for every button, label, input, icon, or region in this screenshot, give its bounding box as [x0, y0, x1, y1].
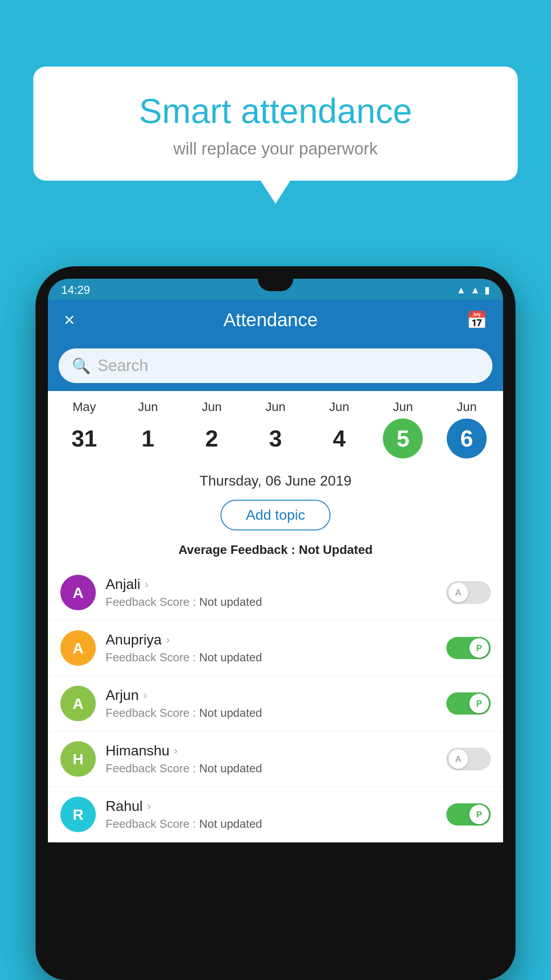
avg-feedback-value: Not Updated [299, 543, 372, 557]
cal-date-0[interactable]: 31 [64, 419, 104, 458]
cal-date-5[interactable]: 5 [383, 419, 423, 458]
student-avatar-2: A [60, 686, 96, 721]
student-item-0[interactable]: AAnjali ›Feedback Score : Not updatedA [48, 565, 503, 620]
cal-date-3[interactable]: 3 [256, 419, 295, 458]
search-bar[interactable]: 🔍 Search [59, 348, 492, 383]
student-item-2[interactable]: AArjun ›Feedback Score : Not updatedP [48, 676, 503, 731]
speech-bubble: Smart attendance will replace your paper… [33, 67, 518, 181]
student-name-1: Anupriya › [106, 632, 437, 648]
cal-month-4: Jun [329, 400, 349, 414]
chevron-icon-2: › [143, 688, 147, 702]
calendar-icon[interactable]: 📅 [466, 310, 487, 330]
avg-feedback: Average Feedback : Not Updated [48, 539, 503, 565]
cal-day-6[interactable]: Jun6 [445, 400, 489, 458]
student-info-2: Arjun ›Feedback Score : Not updated [106, 687, 437, 720]
phone-screen: × Attendance 📅 🔍 Search May31Jun1Jun2Jun… [48, 300, 503, 842]
cal-day-4[interactable]: Jun4 [317, 400, 362, 458]
status-icons: ▲ ▲ ▮ [456, 285, 490, 296]
add-topic-container: Add topic [48, 494, 503, 539]
cal-day-1[interactable]: Jun1 [126, 400, 170, 458]
student-info-0: Anjali ›Feedback Score : Not updated [106, 576, 437, 609]
student-avatar-0: A [60, 575, 96, 610]
toggle-knob-1: P [469, 638, 489, 658]
avg-feedback-label: Average Feedback : [178, 543, 295, 557]
calendar-strip: May31Jun1Jun2Jun3Jun4Jun5Jun6 [48, 391, 503, 463]
student-feedback-3: Feedback Score : Not updated [106, 762, 437, 775]
toggle-knob-3: A [449, 749, 468, 769]
student-avatar-3: H [60, 741, 96, 777]
student-name-4: Rahul › [106, 798, 437, 814]
attendance-toggle-3[interactable]: A [446, 748, 491, 770]
cal-month-1: Jun [138, 400, 158, 414]
speech-bubble-container: Smart attendance will replace your paper… [33, 67, 518, 181]
cal-date-1[interactable]: 1 [128, 419, 168, 458]
bubble-subtitle: will replace your paperwork [60, 139, 491, 158]
app-header: × Attendance 📅 [48, 300, 503, 340]
chevron-icon-0: › [145, 577, 149, 591]
student-feedback-1: Feedback Score : Not updated [106, 651, 437, 664]
cal-date-2[interactable]: 2 [192, 419, 232, 458]
student-name-3: Himanshu › [106, 743, 437, 759]
cal-month-6: Jun [457, 400, 476, 414]
cal-date-4[interactable]: 4 [319, 419, 359, 458]
cal-month-0: May [72, 400, 96, 414]
chevron-icon-4: › [147, 799, 151, 813]
battery-icon: ▮ [484, 285, 490, 296]
student-info-3: Himanshu ›Feedback Score : Not updated [106, 743, 437, 775]
add-topic-button[interactable]: Add topic [220, 500, 330, 530]
cal-date-6[interactable]: 6 [447, 419, 487, 458]
toggle-knob-0: A [449, 583, 468, 602]
bubble-title: Smart attendance [60, 91, 491, 131]
cal-month-5: Jun [393, 400, 413, 414]
attendance-toggle-1[interactable]: P [446, 637, 491, 659]
wifi-icon: ▲ [456, 285, 466, 296]
chevron-icon-1: › [166, 633, 170, 647]
student-name-0: Anjali › [106, 576, 437, 593]
close-button[interactable]: × [64, 309, 75, 331]
attendance-toggle-0[interactable]: A [446, 581, 491, 604]
signal-icon: ▲ [470, 285, 480, 296]
phone-frame: 14:29 ▲ ▲ ▮ × Attendance 📅 🔍 Search May3… [35, 266, 516, 980]
chevron-icon-3: › [174, 744, 178, 758]
toggle-knob-2: P [469, 694, 489, 713]
cal-day-3[interactable]: Jun3 [253, 400, 298, 458]
search-icon: 🔍 [72, 357, 91, 375]
student-feedback-2: Feedback Score : Not updated [106, 706, 437, 720]
search-bar-container: 🔍 Search [48, 340, 503, 391]
attendance-toggle-2[interactable]: P [446, 692, 491, 715]
student-item-3[interactable]: HHimanshu ›Feedback Score : Not updatedA [48, 731, 503, 787]
toggle-knob-4: P [469, 805, 489, 824]
student-avatar-4: R [60, 797, 96, 832]
student-avatar-1: A [60, 630, 96, 666]
cal-day-5[interactable]: Jun5 [381, 400, 425, 458]
student-feedback-0: Feedback Score : Not updated [106, 595, 437, 609]
student-list: AAnjali ›Feedback Score : Not updatedAAA… [48, 565, 503, 842]
student-feedback-4: Feedback Score : Not updated [106, 817, 437, 831]
search-placeholder: Search [98, 356, 148, 375]
student-info-1: Anupriya ›Feedback Score : Not updated [106, 632, 437, 664]
student-item-4[interactable]: RRahul ›Feedback Score : Not updatedP [48, 787, 503, 842]
phone-time: 14:29 [61, 283, 90, 297]
cal-month-2: Jun [202, 400, 222, 414]
attendance-toggle-4[interactable]: P [446, 803, 491, 826]
cal-day-0[interactable]: May31 [62, 400, 106, 458]
student-name-2: Arjun › [106, 687, 437, 703]
cal-day-2[interactable]: Jun2 [189, 400, 234, 458]
student-info-4: Rahul ›Feedback Score : Not updated [106, 798, 437, 831]
student-item-1[interactable]: AAnupriya ›Feedback Score : Not updatedP [48, 620, 503, 676]
selected-date: Thursday, 06 June 2019 [48, 463, 503, 494]
cal-month-3: Jun [265, 400, 285, 414]
app-title: Attendance [224, 309, 318, 331]
